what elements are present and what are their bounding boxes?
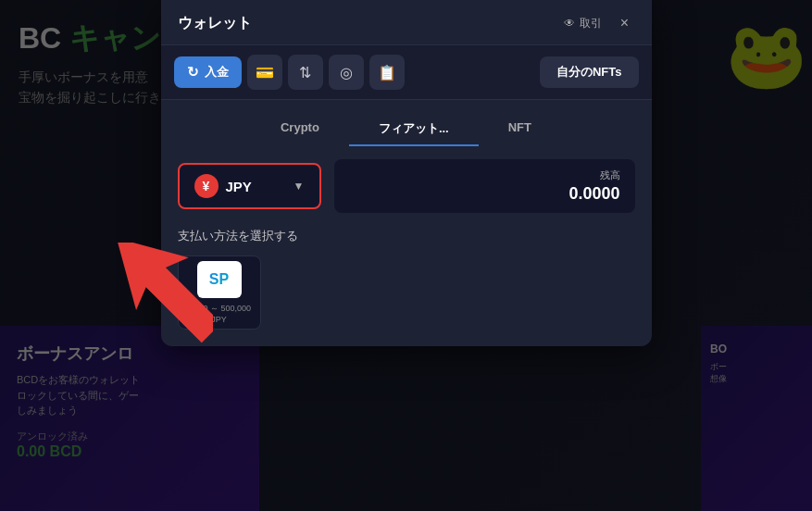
- payment-method-sp[interactable]: SP 1,000 ～ 500,000 JPY: [178, 256, 261, 330]
- card-icon: 💳: [256, 64, 274, 81]
- payment-range: 1,000 ～ 500,000 JPY: [179, 303, 260, 324]
- nft-tab-label: 自分のNFTs: [556, 65, 622, 79]
- balance-box: 残高 0.0000: [334, 159, 635, 213]
- balance-value: 0.0000: [349, 184, 620, 204]
- balance-label: 残高: [349, 168, 620, 182]
- clipboard-tab[interactable]: 📋: [369, 55, 405, 90]
- fiat-content: ¥ JPY ▼ 残高 0.0000 支払い方法を選択する SP 1,000 ～ …: [161, 146, 652, 346]
- wallet-tabs: ↻ 入金 💳 ⇅ ◎ 📋 自分のNFTs: [161, 45, 652, 100]
- close-button[interactable]: ×: [615, 13, 635, 33]
- modal-header-actions: 👁 取引 ×: [564, 13, 635, 33]
- clipboard-icon: 📋: [378, 64, 396, 81]
- transactions-label: 取引: [580, 16, 602, 31]
- currency-selector: ¥ JPY ▼: [178, 163, 321, 209]
- circle-icon: ◎: [340, 64, 353, 81]
- deposit-label: 入金: [205, 64, 229, 81]
- content-tabs: Crypto フィアット... NFT: [161, 100, 652, 146]
- tab-nft[interactable]: NFT: [479, 113, 561, 146]
- transactions-link[interactable]: 👁 取引: [564, 16, 602, 31]
- currency-code: JPY: [226, 179, 252, 194]
- card-tab[interactable]: 💳: [247, 55, 282, 90]
- tab-crypto[interactable]: Crypto: [251, 113, 349, 146]
- modal-header: ウォレット 👁 取引 ×: [161, 0, 652, 45]
- wallet-modal: ウォレット 👁 取引 × ↻ 入金 💳 ⇅ ◎ 📋 自分のNFTs: [161, 0, 652, 346]
- nft-tab[interactable]: 自分のNFTs: [540, 56, 639, 88]
- currency-symbol-icon: ¥: [194, 174, 219, 198]
- transfer-tab[interactable]: ⇅: [288, 55, 323, 90]
- tab-fiat[interactable]: フィアット...: [349, 113, 479, 146]
- payment-methods-grid: SP 1,000 ～ 500,000 JPY: [178, 256, 635, 330]
- deposit-icon: ↻: [187, 64, 199, 81]
- payment-section-label: 支払い方法を選択する: [178, 228, 635, 244]
- modal-title: ウォレット: [178, 14, 252, 33]
- deposit-tab[interactable]: ↻ 入金: [174, 56, 242, 88]
- eye-icon: 👁: [564, 17, 575, 30]
- currency-balance-row: ¥ JPY ▼ 残高 0.0000: [178, 159, 635, 213]
- chevron-down-icon: ▼: [294, 180, 305, 193]
- currency-select-dropdown[interactable]: ¥ JPY ▼: [178, 163, 321, 209]
- sp-logo: SP: [197, 261, 242, 298]
- circle-tab[interactable]: ◎: [329, 55, 364, 90]
- transfer-icon: ⇅: [299, 64, 311, 81]
